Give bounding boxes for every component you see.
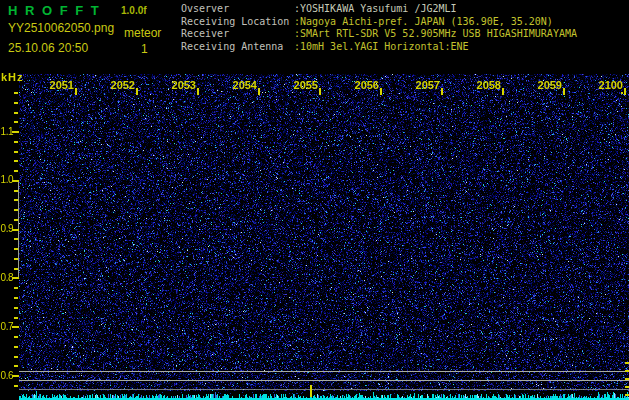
y-tick-label: 1.0 [0, 174, 13, 185]
y-minor-tick [14, 160, 18, 162]
hrofft-window: H R O F F T 1.0.0f YY2510062050.png mete… [0, 0, 629, 400]
x-tick [136, 88, 138, 95]
level-tick [625, 370, 629, 372]
x-tick-label: 2056 [349, 79, 379, 91]
y-tick-label: 0.9 [0, 223, 13, 234]
info-row-value: :SMArt RTL-SDR V5 52.905MHz USB HIGASHIM… [294, 28, 577, 39]
info-row: Receiving Location:Nagoya Aichi-pref. JA… [181, 16, 577, 29]
info-row-label: Ovserver [181, 3, 294, 16]
info-row: Receiver:SMArt RTL-SDR V5 52.905MHz USB … [181, 28, 577, 41]
bottom-center-marker [310, 385, 312, 397]
observation-info: Ovserver:YOSHIKAWA Yasufumi /JG2MLIRecei… [181, 3, 577, 53]
y-minor-tick [14, 238, 18, 240]
app-version: 1.0.0f [121, 5, 147, 16]
mode-label: meteor [124, 26, 161, 40]
y-minor-tick [14, 121, 18, 123]
y-minor-tick [14, 287, 18, 289]
reference-line-middle [19, 380, 629, 381]
x-tick-label: 2100 [593, 79, 623, 91]
info-row-label: Receiver [181, 28, 294, 41]
x-tick [380, 88, 382, 95]
info-row: Receiving Antenna:10mH 3el.YAGI Horizont… [181, 41, 577, 54]
x-tick-label: 2054 [227, 79, 257, 91]
x-tick [75, 88, 77, 95]
info-row-value: :Nagoya Aichi-pref. JAPAN (136.90E, 35.2… [294, 16, 553, 27]
x-tick [563, 88, 565, 95]
x-tick-label: 2052 [105, 79, 135, 91]
y-minor-tick [14, 297, 18, 299]
info-row-value: :10mH 3el.YAGI Horizontal:ENE [294, 41, 469, 52]
info-row: Ovserver:YOSHIKAWA Yasufumi /JG2MLI [181, 3, 577, 16]
y-tick-label: 0.6 [0, 370, 13, 381]
y-minor-tick [14, 346, 18, 348]
y-major-tick [12, 326, 19, 328]
reference-line-upper [19, 371, 629, 372]
count-label: 1 [141, 42, 148, 56]
y-minor-tick [14, 199, 18, 201]
x-tick-label: 2057 [410, 79, 440, 91]
level-tick [625, 386, 629, 388]
x-tick [197, 88, 199, 95]
y-tick-label: 0.8 [0, 272, 13, 283]
y-minor-tick [14, 356, 18, 358]
y-minor-tick [14, 258, 18, 260]
info-row-label: Receiving Location [181, 16, 294, 29]
x-tick-label: 2051 [44, 79, 74, 91]
y-major-tick [12, 229, 19, 231]
frequency-axis-unit: kHz [1, 71, 24, 83]
app-title: H R O F F T [8, 3, 101, 18]
y-minor-tick [14, 268, 18, 270]
level-tick [625, 362, 629, 364]
x-tick [441, 88, 443, 95]
x-tick [624, 88, 626, 95]
y-minor-tick [14, 219, 18, 221]
x-tick [319, 88, 321, 95]
x-tick-label: 2053 [166, 79, 196, 91]
y-minor-tick [14, 170, 18, 172]
x-tick [258, 88, 260, 95]
y-minor-tick [14, 209, 18, 211]
y-tick-label: 0.7 [0, 321, 13, 332]
info-row-value: :YOSHIKAWA Yasufumi /JG2MLI [294, 3, 457, 14]
y-tick-label: 1.1 [0, 126, 13, 137]
time-axis-end-dot [621, 92, 623, 94]
y-minor-tick [14, 307, 18, 309]
spectrogram-canvas [19, 74, 629, 391]
signal-level-strip [19, 391, 629, 400]
y-minor-tick [14, 141, 18, 143]
level-tick [625, 394, 629, 396]
level-tick [625, 378, 629, 380]
x-tick [502, 88, 504, 95]
x-tick-label: 2058 [471, 79, 501, 91]
y-minor-tick [14, 112, 18, 114]
y-minor-tick [14, 317, 18, 319]
y-minor-tick [14, 365, 18, 367]
info-row-label: Receiving Antenna [181, 41, 294, 54]
y-minor-tick [14, 385, 18, 387]
y-major-tick [12, 131, 19, 133]
y-major-tick [12, 277, 19, 279]
y-major-tick [12, 375, 19, 377]
y-minor-tick [14, 190, 18, 192]
y-minor-tick [14, 92, 18, 94]
y-minor-tick [14, 336, 18, 338]
x-tick-label: 2055 [288, 79, 318, 91]
y-minor-tick [14, 248, 18, 250]
output-filename: YY2510062050.png [8, 21, 114, 35]
y-major-tick [12, 180, 19, 182]
datetime-label: 25.10.06 20:50 [8, 41, 88, 55]
y-minor-tick [14, 102, 18, 104]
y-minor-tick [14, 151, 18, 153]
x-tick-label: 2059 [532, 79, 562, 91]
reference-line-lower [19, 389, 629, 390]
